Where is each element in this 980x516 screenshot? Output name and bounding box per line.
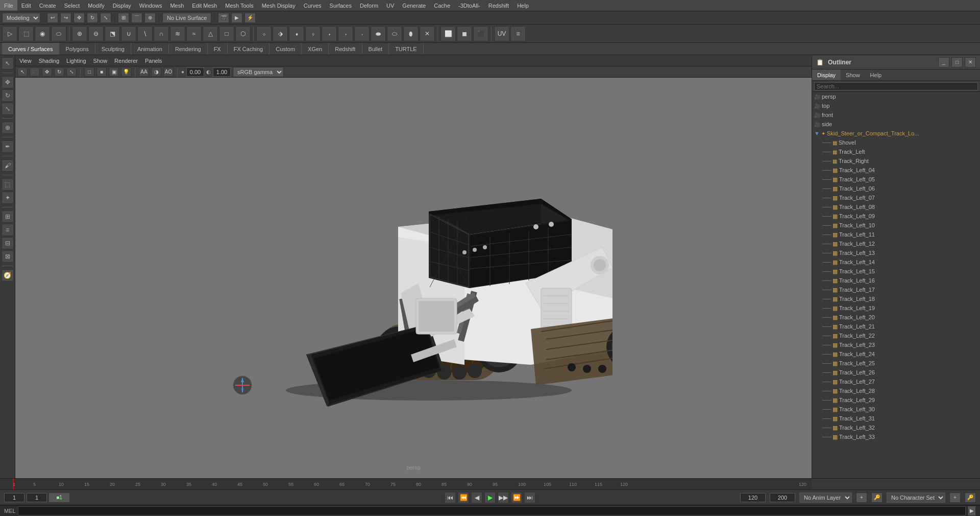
outliner-item-tl19[interactable]: ——▦Track_Left_19 xyxy=(812,303,980,313)
rotate-tool-btn[interactable]: ↻ xyxy=(2,89,14,102)
vp-menu-renderer[interactable]: Renderer xyxy=(112,58,140,64)
anim-layer-settings-btn[interactable]: + xyxy=(856,492,867,503)
vp-solid-btn[interactable]: ■ xyxy=(96,67,107,77)
current-frame-input[interactable] xyxy=(27,493,47,502)
ipr-btn[interactable]: ⚡ xyxy=(244,13,256,23)
outliner-item-track-right[interactable]: —— ▦ Track_Right xyxy=(812,156,980,166)
outliner-item-tl22[interactable]: ——▦Track_Left_22 xyxy=(812,331,980,340)
play-forward-btn[interactable]: ▶▶ xyxy=(498,492,509,503)
outliner-item-tl10[interactable]: ——▦Track_Left_10 xyxy=(812,221,980,230)
rotate-btn[interactable]: ↻ xyxy=(87,13,98,23)
start-frame-input[interactable] xyxy=(4,493,24,502)
snap-grid-btn[interactable]: ⊞ xyxy=(118,13,129,23)
tab-animation[interactable]: Animation xyxy=(131,43,169,55)
outliner-item-tl18[interactable]: ——▦Track_Left_18 xyxy=(812,294,980,303)
outliner-item-tl33[interactable]: ——▦Track_Left_33 xyxy=(812,432,980,441)
smooth-shade-btn[interactable]: ◼ xyxy=(457,26,472,41)
outliner-item-tl04[interactable]: ——▦Track_Left_04 xyxy=(812,166,980,175)
vp-exposure-input[interactable] xyxy=(186,67,204,77)
outliner-tab-show[interactable]: Show xyxy=(841,69,865,80)
outliner-item-tl20[interactable]: ——▦Track_Left_20 xyxy=(812,313,980,322)
snap-tool-btn[interactable]: ⊕ xyxy=(2,122,14,134)
mel-execute-btn[interactable]: ▶ xyxy=(968,506,976,516)
quadrangulate-btn[interactable]: □ xyxy=(219,26,234,41)
select-tool-btn[interactable]: ▷ xyxy=(2,26,17,41)
insert-edge-btn[interactable]: ⬩ xyxy=(322,26,337,41)
menu-redshift[interactable]: Redshift xyxy=(484,0,513,11)
comp-display-btn[interactable]: ⊞ xyxy=(2,210,14,223)
outliner-item-tl27[interactable]: ——▦Track_Left_27 xyxy=(812,377,980,386)
range-end-input[interactable] xyxy=(740,493,766,502)
menu-curves[interactable]: Curves xyxy=(300,0,326,11)
average-btn[interactable]: ≈ xyxy=(186,26,202,41)
menu-surfaces[interactable]: Surfaces xyxy=(326,0,356,11)
menu-mesh[interactable]: Mesh xyxy=(166,0,188,11)
vp-menu-show[interactable]: Show xyxy=(91,58,110,64)
attr-editor-btn[interactable]: ≡ xyxy=(510,26,526,41)
play-back-btn[interactable]: ◀ xyxy=(471,492,482,503)
menu-3dtoall[interactable]: -3DtoAll- xyxy=(454,0,484,11)
boolean-union-btn[interactable]: ∪ xyxy=(121,26,136,41)
outliner-item-top[interactable]: 🎥 top xyxy=(812,101,980,110)
snap-curve-btn[interactable]: ⌒ xyxy=(131,13,142,23)
outliner-item-shovel[interactable]: —— ▦ Shovel xyxy=(812,138,980,147)
smooth-btn[interactable]: ≋ xyxy=(170,26,185,41)
outliner-item-track-left[interactable]: —— ▦ Track_Left xyxy=(812,147,980,156)
outliner-maximize-btn[interactable]: □ xyxy=(951,57,963,67)
mel-input[interactable] xyxy=(18,506,966,515)
outliner-minimize-btn[interactable]: _ xyxy=(938,57,949,67)
menu-uv[interactable]: UV xyxy=(382,0,398,11)
select-mode-btn[interactable]: ↖ xyxy=(2,57,14,69)
outliner-item-tl11[interactable]: ——▦Track_Left_11 xyxy=(812,230,980,239)
outliner-item-tl08[interactable]: ——▦Track_Left_08 xyxy=(812,202,980,212)
outliner-item-root[interactable]: ▼ ✦ Skid_Steer_or_Compact_Track_Lo... xyxy=(812,129,980,138)
vp-gamma-input[interactable] xyxy=(213,67,231,77)
tab-redshift[interactable]: Redshift xyxy=(329,43,362,55)
char-set-dropdown[interactable]: No Character Set xyxy=(887,492,945,503)
crease-btn[interactable]: ⬨ xyxy=(305,26,321,41)
tab-fx-caching[interactable]: FX Caching xyxy=(228,43,270,55)
tab-sculpting[interactable]: Sculpting xyxy=(95,43,131,55)
combine-btn[interactable]: ⊕ xyxy=(72,26,87,41)
snap-point-btn[interactable]: ⊕ xyxy=(144,13,156,23)
outliner-item-tl16[interactable]: ——▦Track_Left_16 xyxy=(812,276,980,285)
tab-polygons[interactable]: Polygons xyxy=(59,43,95,55)
vp-cam-btn[interactable]: 🎥 xyxy=(30,67,40,77)
move-tool-btn[interactable]: ✥ xyxy=(2,76,14,88)
vp-aa-btn[interactable]: AA xyxy=(139,67,149,77)
playhead[interactable] xyxy=(13,479,14,489)
outliner-item-tl14[interactable]: ——▦Track_Left_14 xyxy=(812,257,980,267)
outliner-item-tl07[interactable]: ——▦Track_Left_07 xyxy=(812,193,980,202)
menu-create[interactable]: Create xyxy=(35,0,60,11)
menu-display[interactable]: Display xyxy=(109,0,135,11)
char-set-settings-btn[interactable]: + xyxy=(949,492,961,503)
outliner-item-tl23[interactable]: ——▦Track_Left_23 xyxy=(812,340,980,349)
outliner-list[interactable]: 🎥 persp 🎥 top 🎥 front 🎥 side ▼ ✦ Skid_St… xyxy=(812,92,980,478)
outliner-item-tl12[interactable]: ——▦Track_Left_12 xyxy=(812,239,980,248)
anim-layer-key-btn[interactable]: 🔑 xyxy=(871,492,883,503)
offset-edge-btn[interactable]: ⬪ xyxy=(338,26,353,41)
axis-btn[interactable]: ⊠ xyxy=(2,250,14,263)
outliner-tab-display[interactable]: Display xyxy=(812,69,841,80)
scale-tool-btn[interactable]: ⤡ xyxy=(2,103,14,115)
tab-turtle[interactable]: TURTLE xyxy=(389,43,424,55)
sculpt-btn[interactable]: ✒ xyxy=(2,140,14,153)
vp-menu-view[interactable]: View xyxy=(17,58,34,64)
uv-editor-btn[interactable]: UV xyxy=(494,26,509,41)
multi-display-btn[interactable]: ⬛ xyxy=(473,26,488,41)
extract-btn[interactable]: ⬔ xyxy=(105,26,120,41)
merge-btn[interactable]: ⬮ xyxy=(403,26,419,41)
tab-bullet[interactable]: Bullet xyxy=(362,43,389,55)
iso-btn[interactable]: ≡ xyxy=(2,224,14,236)
menu-modify[interactable]: Modify xyxy=(84,0,108,11)
menu-mesh-tools[interactable]: Mesh Tools xyxy=(221,0,257,11)
triangulate-btn[interactable]: △ xyxy=(203,26,218,41)
menu-help[interactable]: Help xyxy=(513,0,533,11)
transform-btn[interactable]: ✥ xyxy=(74,13,85,23)
lasso-tool-btn[interactable]: ⬚ xyxy=(18,26,34,41)
fill-hole-btn[interactable]: ⬡ xyxy=(235,26,251,41)
detach-btn[interactable]: ⬬ xyxy=(371,26,386,41)
paint-select-btn[interactable]: ◉ xyxy=(35,26,50,41)
collapse-btn[interactable]: ⬭ xyxy=(387,26,402,41)
outliner-item-tl28[interactable]: ——▦Track_Left_28 xyxy=(812,386,980,395)
